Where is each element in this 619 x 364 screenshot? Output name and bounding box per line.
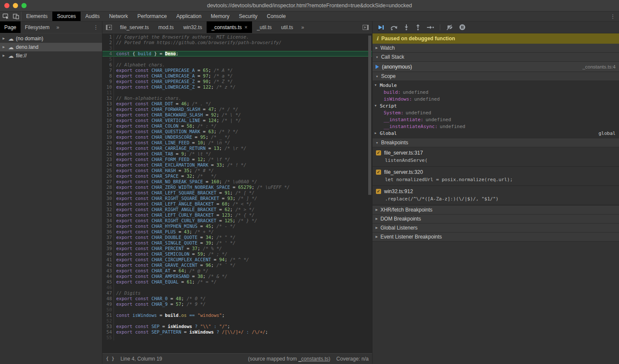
line-number[interactable]: 14 (102, 107, 114, 112)
navigator-menu-icon[interactable]: ⋮ (90, 21, 102, 33)
tab-audits[interactable]: Audits (81, 12, 104, 21)
tab-memory[interactable]: Memory (206, 12, 234, 21)
line-number[interactable]: 17 (102, 123, 114, 129)
scope-group-module[interactable]: ▼Module (373, 82, 619, 89)
expand-arrow-icon[interactable]: ▶ (3, 37, 6, 40)
line-number[interactable]: 15 (102, 112, 114, 118)
line-number[interactable]: 31 (102, 201, 114, 207)
scope-variable[interactable]: System:undefined (373, 109, 619, 116)
step-icon[interactable] (427, 24, 434, 30)
line-number[interactable]: 38 (102, 240, 114, 246)
scope-variable[interactable]: build:undefined (373, 89, 619, 95)
line-number[interactable]: 30 (102, 196, 114, 201)
line-number[interactable]: 24 (102, 162, 114, 168)
navigator-tab-filesystem[interactable]: Filesystem (21, 21, 54, 33)
line-number[interactable]: 44 (102, 274, 114, 279)
step-out-icon[interactable] (415, 24, 421, 30)
editor-scrollbar[interactable] (368, 34, 372, 353)
tab-console[interactable]: Console (262, 12, 291, 21)
line-number[interactable]: 23 (102, 157, 114, 162)
expand-arrow-icon[interactable]: ▶ (3, 54, 6, 57)
tab-performance[interactable]: Performance (132, 12, 171, 21)
line-number[interactable]: 35 (102, 224, 114, 229)
tree-item--no-domain-[interactable]: ▶☁(no domain) (0, 34, 102, 43)
file-tab-win32-ts[interactable]: win32.ts (178, 21, 207, 33)
line-number[interactable]: 48 (102, 296, 114, 301)
scope-variable[interactable]: __instantiate:undefined (373, 116, 619, 123)
line-number[interactable]: 12 (102, 95, 114, 101)
minimize-window-icon[interactable] (13, 3, 18, 8)
line-number[interactable]: 46 (102, 285, 114, 290)
line-number[interactable]: 53 (102, 324, 114, 329)
tree-item-deno-land[interactable]: ▶☁deno.land (0, 43, 102, 51)
line-number[interactable]: 20 (102, 140, 114, 146)
line-number[interactable]: 54 (102, 329, 114, 335)
line-number[interactable]: 42 (102, 263, 114, 268)
scope-group-script[interactable]: ▼Script (373, 102, 619, 109)
scope-variable[interactable]: __instantiateAsync:undefined (373, 123, 619, 130)
line-number[interactable]: 36 (102, 229, 114, 235)
line-number[interactable]: 52 (102, 318, 114, 324)
close-tab-icon[interactable]: × (244, 24, 247, 30)
line-number[interactable]: 13 (102, 101, 114, 107)
section-header-dom-breakpoints[interactable]: ▶DOM Breakpoints (373, 215, 619, 224)
hide-navigator-icon[interactable] (102, 21, 115, 33)
devtools-menu-icon[interactable]: ⋮ (607, 12, 619, 21)
source-map-link[interactable]: _constants.ts (298, 356, 329, 362)
file-tab--constants-ts[interactable]: _constants.ts× (207, 21, 252, 33)
line-number[interactable]: 1 (102, 34, 114, 40)
line-number[interactable]: 51 (102, 313, 114, 318)
line-number[interactable]: 50 (102, 307, 114, 313)
editor-tabs-overflow-icon[interactable]: » (298, 21, 308, 33)
line-number[interactable]: 4 (102, 51, 114, 57)
tab-elements[interactable]: Elements (21, 12, 52, 21)
tree-item-file-[interactable]: ▶☁file:// (0, 51, 102, 60)
show-debugger-sidebar-icon[interactable] (359, 21, 372, 33)
line-number[interactable]: 37 (102, 235, 114, 240)
section-header-global-listeners[interactable]: ▶Global Listeners (373, 224, 619, 233)
scope-variable[interactable]: isWindows:undefined (373, 95, 619, 102)
section-header-event-listener-breakpoints[interactable]: ▶Event Listener Breakpoints (373, 233, 619, 242)
device-toolbar-icon[interactable] (13, 13, 19, 19)
line-number[interactable]: 9 (102, 79, 114, 84)
scope-group-global[interactable]: ▶Globalglobal (373, 130, 619, 137)
line-number[interactable]: 29 (102, 190, 114, 196)
breakpoint-checkbox[interactable]: ✓ (376, 150, 381, 155)
navigator-overflow-icon[interactable]: » (54, 21, 62, 33)
pretty-print-icon[interactable]: { } (106, 356, 114, 361)
line-number[interactable]: 5 (102, 57, 114, 62)
file-tab-file-server-ts[interactable]: file_server.ts (115, 21, 153, 33)
file-tab-util-ts[interactable]: util.ts (276, 21, 298, 33)
zoom-window-icon[interactable] (21, 3, 27, 8)
line-number[interactable]: 22 (102, 151, 114, 157)
line-number[interactable]: 2 (102, 40, 114, 45)
breakpoint-entry[interactable]: ✓win32.ts:912.replace(/^\/*([A-Za-z]:)(\… (373, 186, 619, 205)
line-number[interactable]: 25 (102, 168, 114, 173)
close-window-icon[interactable] (4, 3, 9, 8)
line-number[interactable]: 49 (102, 301, 114, 307)
line-number[interactable]: 21 (102, 146, 114, 151)
deactivate-breakpoints-icon[interactable] (446, 24, 454, 30)
navigator-tab-page[interactable]: Page (0, 21, 21, 33)
line-number[interactable]: 45 (102, 279, 114, 285)
line-number[interactable]: 16 (102, 118, 114, 123)
section-header-breakpoints[interactable]: ▼Breakpoints (373, 138, 619, 147)
pause-on-exceptions-icon[interactable] (459, 24, 466, 30)
section-header-scope[interactable]: ▼Scope (373, 72, 619, 81)
line-number[interactable]: 39 (102, 246, 114, 251)
callstack-frame[interactable]: (anonymous)_constants.ts:4 (373, 62, 619, 72)
resume-icon[interactable] (378, 24, 385, 30)
step-over-icon[interactable] (390, 24, 398, 30)
line-number[interactable]: 26 (102, 173, 114, 179)
tab-network[interactable]: Network (104, 12, 132, 21)
line-number[interactable]: 10 (102, 84, 114, 90)
section-header-xhr-fetch-breakpoints[interactable]: ▶XHR/fetch Breakpoints (373, 206, 619, 215)
line-number[interactable]: 28 (102, 185, 114, 190)
file-tab-mod-ts[interactable]: mod.ts (153, 21, 178, 33)
line-number[interactable]: 11 (102, 90, 114, 95)
line-number[interactable]: 18 (102, 129, 114, 134)
line-number[interactable]: 19 (102, 134, 114, 140)
breakpoint-entry[interactable]: ✓file_server.ts:317listenAndServe( (373, 147, 619, 167)
tab-application[interactable]: Application (171, 12, 206, 21)
line-number[interactable]: 8 (102, 73, 114, 79)
